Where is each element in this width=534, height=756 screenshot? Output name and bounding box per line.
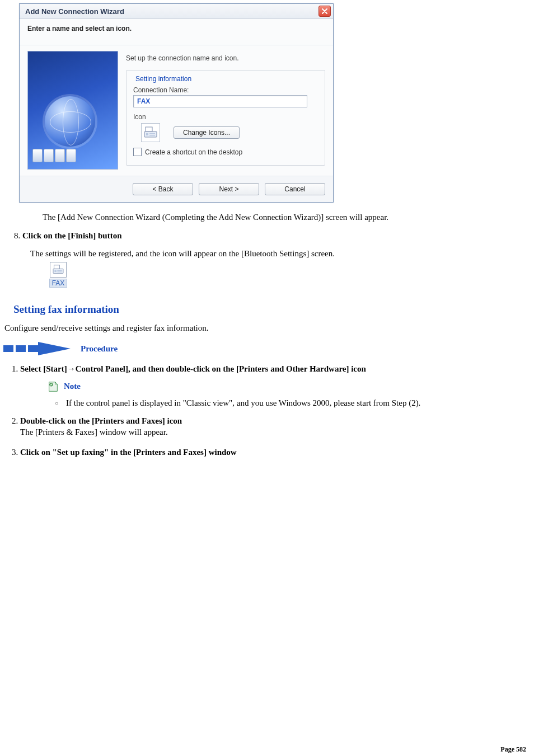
section-intro: Configure send/receive settings and regi…: [4, 323, 532, 333]
step-8: Click on the [Finish] button: [22, 230, 532, 241]
svg-rect-12: [28, 345, 38, 352]
page-number: Page 582: [500, 745, 526, 754]
fax-icon-caption: FAX: [49, 279, 68, 288]
procedure-arrow-icon: [3, 342, 71, 355]
dialog-titlebar: Add New Connection Wizard: [20, 4, 333, 19]
step-8-text: Click on the [Finish] button: [22, 231, 122, 240]
setting-information-fieldset: Setting information Connection Name: Ico…: [126, 70, 325, 166]
setup-instruction: Set up the connection name and icon.: [126, 54, 325, 62]
procedure-step-2-bold: Double-click on the [Printers and Faxes]…: [20, 416, 182, 425]
icon-label: Icon: [133, 113, 318, 121]
create-shortcut-label: Create a shortcut on the desktop: [145, 148, 242, 156]
back-button[interactable]: < Back: [133, 183, 193, 195]
selected-icon-preview: [141, 123, 160, 142]
svg-rect-8: [57, 270, 62, 271]
fax-icon: [144, 126, 157, 139]
svg-rect-11: [16, 345, 26, 352]
cancel-button[interactable]: Cancel: [265, 183, 325, 195]
note-label: Note: [64, 381, 81, 392]
next-button[interactable]: Next >: [199, 183, 259, 195]
note-icon: [47, 381, 59, 393]
svg-marker-13: [38, 342, 71, 355]
svg-rect-9: [57, 272, 62, 273]
procedure-step-1-text: Select [Start]→Control Panel], and then …: [20, 364, 366, 373]
fieldset-legend: Setting information: [133, 75, 194, 83]
svg-rect-2: [146, 133, 148, 135]
dialog-subheading: Enter a name and select an icon.: [20, 19, 333, 45]
dialog-title: Add New Connection Wizard: [25, 7, 124, 16]
svg-rect-7: [54, 270, 56, 272]
procedure-step-2: Double-click on the [Printers and Faxes]…: [20, 415, 532, 438]
shortcut-checkbox-row: Create a shortcut on the desktop: [133, 148, 318, 156]
procedure-step-1: Select [Start]→Control Panel], and then …: [20, 363, 532, 408]
svg-rect-10: [3, 345, 13, 352]
icon-row: Change Icons...: [141, 123, 318, 142]
fax-desktop-icon: FAX: [46, 262, 71, 288]
svg-rect-0: [146, 127, 152, 132]
close-icon: [322, 8, 327, 14]
dialog-footer: < Back Next > Cancel: [20, 176, 333, 202]
procedure-step-3-text: Click on "Set up faxing" in the [Printer…: [20, 448, 237, 457]
registered-line: The settings will be registered, and the…: [30, 249, 532, 259]
wizard-artwork: [27, 51, 118, 170]
connection-name-input[interactable]: [133, 95, 307, 107]
procedure-header: Procedure: [3, 342, 532, 355]
connection-name-label: Connection Name:: [133, 86, 318, 94]
svg-rect-3: [149, 133, 155, 134]
close-button[interactable]: [318, 6, 331, 17]
svg-rect-5: [54, 265, 60, 269]
post-dialog-text: The [Add New Connection Wizard (Completi…: [43, 213, 532, 222]
dialog-body: Set up the connection name and icon. Set…: [20, 45, 333, 176]
dialog-body-right: Set up the connection name and icon. Set…: [126, 51, 325, 171]
note-header: Note: [47, 381, 532, 393]
note-item-1: If the control panel is displayed in "Cl…: [55, 397, 532, 408]
create-shortcut-checkbox[interactable]: [133, 148, 142, 156]
procedure-step-3: Click on "Set up faxing" in the [Printer…: [20, 447, 532, 458]
add-new-connection-wizard-dialog: Add New Connection Wizard Enter a name a…: [19, 3, 334, 203]
procedure-step-2-sub: The [Printers & Faxes] window will appea…: [20, 426, 532, 438]
svg-rect-4: [149, 135, 155, 136]
section-heading: Setting fax information: [13, 303, 532, 316]
procedure-label: Procedure: [81, 344, 118, 354]
fax-icon: [52, 265, 64, 275]
change-icons-button[interactable]: Change Icons...: [174, 126, 240, 139]
